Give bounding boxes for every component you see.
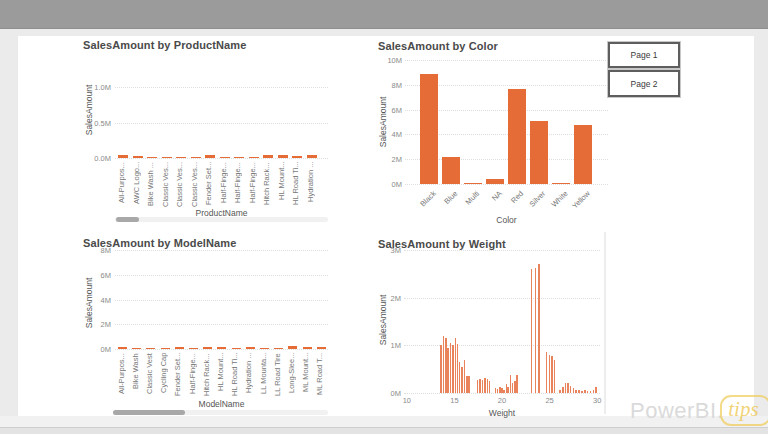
bar-weight-25.5[interactable] bbox=[554, 360, 556, 393]
bar-weight-20.65[interactable] bbox=[507, 387, 509, 393]
bar-hl-road-ti-[interactable] bbox=[292, 156, 302, 158]
bar-weight-14.35[interactable] bbox=[447, 348, 449, 393]
bar-long-slee-[interactable] bbox=[288, 346, 297, 349]
bar-weight-25.25[interactable] bbox=[551, 356, 553, 393]
bar-weight-17.95[interactable] bbox=[482, 380, 484, 393]
bar-weight-23.5[interactable] bbox=[535, 268, 537, 393]
bar-white[interactable] bbox=[552, 183, 570, 184]
bar-hl-road-ti-[interactable] bbox=[232, 348, 241, 349]
x-scrollbar[interactable] bbox=[115, 217, 328, 222]
page-1-button[interactable]: Page 1 bbox=[608, 42, 680, 68]
bar-weight-18.2[interactable] bbox=[484, 378, 486, 393]
bar-weight-21.35[interactable] bbox=[514, 381, 516, 393]
y-tick-label: 6M bbox=[373, 106, 402, 115]
bar-weight-28.7[interactable] bbox=[584, 390, 586, 393]
bar-classic-ves-[interactable] bbox=[176, 157, 186, 158]
x-scrollbar-thumb[interactable] bbox=[116, 217, 139, 222]
bar-silver[interactable] bbox=[530, 121, 548, 184]
bar-weight-14.85[interactable] bbox=[452, 345, 454, 393]
bar-weight-29.9[interactable] bbox=[595, 387, 597, 393]
bar-weight-26.4[interactable] bbox=[562, 387, 564, 393]
bar-na[interactable] bbox=[486, 179, 504, 184]
x-tick-label: Yellow bbox=[570, 189, 592, 211]
bar-black[interactable] bbox=[420, 74, 438, 184]
bar-weight-15.8[interactable] bbox=[461, 367, 463, 393]
bar-weight-19.55[interactable] bbox=[497, 389, 499, 393]
y-tick-label: 4M bbox=[75, 296, 111, 305]
bar-weight-23.9[interactable] bbox=[538, 264, 540, 393]
page-2-button[interactable]: Page 2 bbox=[608, 70, 680, 97]
bar-classic-ves-[interactable] bbox=[162, 157, 172, 158]
bar-hitch-rack-[interactable] bbox=[203, 347, 212, 349]
bar-all-purpos-[interactable] bbox=[118, 347, 127, 349]
gridline bbox=[404, 298, 600, 299]
y-tick-label: 1.0M bbox=[75, 83, 111, 92]
bar-weight-14.6[interactable] bbox=[450, 343, 452, 393]
bar-weight-24.7[interactable] bbox=[546, 352, 548, 393]
bar-awc-logo-[interactable] bbox=[133, 156, 143, 158]
bar-weight-21.1[interactable] bbox=[512, 383, 514, 393]
bar-weight-17.7[interactable] bbox=[479, 379, 481, 393]
bar-classic-vest[interactable] bbox=[146, 348, 155, 349]
bar-weight-25[interactable] bbox=[549, 355, 551, 393]
bar-weight-18.45[interactable] bbox=[487, 379, 489, 393]
bar-weight-16.05[interactable] bbox=[464, 360, 466, 393]
bar-hl-mount-[interactable] bbox=[278, 155, 288, 158]
bar-yellow[interactable] bbox=[574, 125, 592, 184]
bar-hydration-[interactable] bbox=[246, 347, 255, 349]
bar-weight-27.5[interactable] bbox=[573, 388, 575, 393]
bar-half-finge-[interactable] bbox=[234, 157, 244, 158]
bar-weight-29.6[interactable] bbox=[593, 390, 595, 393]
bar-weight-17.45[interactable] bbox=[477, 380, 479, 393]
bar-bike-wash-[interactable] bbox=[147, 157, 157, 158]
bar-weight-21.6[interactable] bbox=[516, 375, 518, 393]
bar-fender-set-[interactable] bbox=[175, 347, 184, 349]
bar-weight-27.8[interactable] bbox=[575, 390, 577, 393]
x-tick-label: HL Mount... bbox=[216, 353, 226, 399]
bar-half-finge-[interactable] bbox=[249, 157, 259, 158]
bar-fender-set-[interactable] bbox=[205, 155, 215, 158]
bar-weight-14.1[interactable] bbox=[445, 338, 447, 393]
bar-weight-26.7[interactable] bbox=[565, 383, 567, 393]
bar-cycling-cap[interactable] bbox=[161, 348, 170, 349]
bar-weight-16.55[interactable] bbox=[468, 376, 470, 393]
y-tick-label: 2M bbox=[373, 294, 401, 303]
bar-all-purpos-[interactable] bbox=[118, 155, 128, 158]
bar-half-finge-[interactable] bbox=[189, 348, 198, 349]
bar-ll-mounta-[interactable] bbox=[260, 348, 269, 349]
bar-weight-28.4[interactable] bbox=[581, 391, 583, 393]
bar-weight-26.1[interactable] bbox=[559, 390, 561, 393]
bar-ml-mount-[interactable] bbox=[303, 347, 312, 349]
bar-hl-mount-[interactable] bbox=[217, 347, 226, 349]
bar-multi[interactable] bbox=[464, 183, 482, 184]
bar-weight-13.6[interactable] bbox=[440, 345, 442, 393]
bar-weight-29[interactable] bbox=[587, 391, 589, 393]
bar-weight-23.1[interactable] bbox=[531, 269, 533, 393]
bar-classic-ves-[interactable] bbox=[191, 157, 201, 158]
bar-weight-27.2[interactable] bbox=[570, 386, 572, 393]
bar-ll-road-tire[interactable] bbox=[274, 348, 283, 349]
x-scrollbar[interactable] bbox=[113, 410, 328, 415]
bar-blue[interactable] bbox=[442, 157, 460, 184]
y-tick-label: 0.0M bbox=[75, 154, 111, 163]
bar-weight-28.1[interactable] bbox=[578, 390, 580, 393]
bar-red[interactable] bbox=[508, 89, 526, 184]
bar-bike-wash[interactable] bbox=[132, 348, 141, 349]
bar-weight-20.2[interactable] bbox=[503, 390, 505, 393]
bar-weight-15.3[interactable] bbox=[457, 344, 459, 393]
bar-weight-16.3[interactable] bbox=[466, 376, 468, 393]
bar-weight-29.3[interactable] bbox=[590, 391, 592, 393]
bar-weight-26.95[interactable] bbox=[567, 383, 569, 393]
x-scrollbar-thumb[interactable] bbox=[113, 410, 185, 415]
bar-weight-13.85[interactable] bbox=[443, 336, 445, 393]
bar-weight-15.55[interactable] bbox=[459, 362, 461, 393]
gridline bbox=[404, 345, 600, 346]
y-tick-label: 0M bbox=[75, 345, 111, 354]
y-axis: 0.0M0.5M1.0M bbox=[75, 87, 111, 158]
bar-weight-18.7[interactable] bbox=[489, 381, 491, 393]
bar-ml-road-t-[interactable] bbox=[317, 347, 326, 349]
bar-hydration-[interactable] bbox=[307, 155, 317, 158]
bar-half-finge-[interactable] bbox=[220, 157, 230, 158]
bar-weight-19.3[interactable] bbox=[495, 388, 497, 393]
bar-hitch-rack-[interactable] bbox=[263, 155, 273, 158]
